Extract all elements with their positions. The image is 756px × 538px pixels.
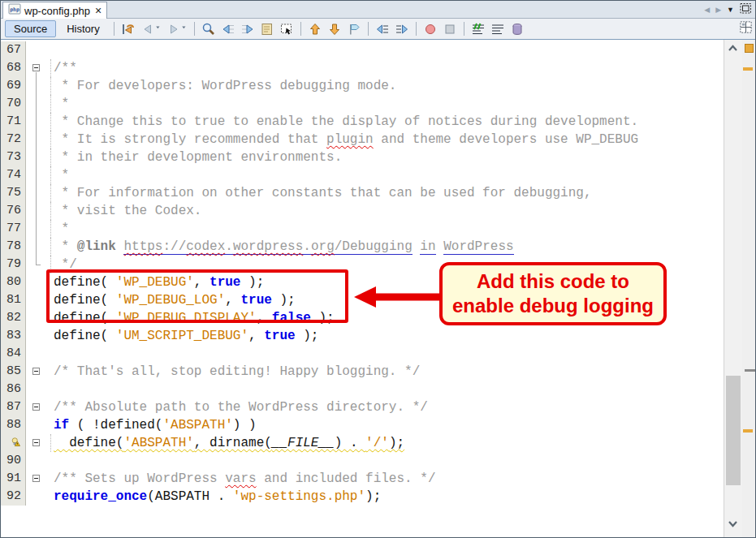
- stop-macro-recording-icon[interactable]: [440, 20, 460, 38]
- line-number[interactable]: 91: [1, 470, 26, 488]
- comment-icon[interactable]: [469, 20, 488, 38]
- line-number[interactable]: 67: [1, 41, 26, 59]
- caret-position-mark[interactable]: [745, 369, 755, 372]
- line-number[interactable]: 90: [1, 452, 26, 470]
- code-line: 71 * Change this to true to enable the d…: [1, 113, 724, 131]
- fold-toggle-icon[interactable]: [26, 434, 47, 452]
- jump-last-edit-icon[interactable]: [119, 20, 138, 38]
- line-number[interactable]: 73: [1, 148, 26, 166]
- line-number[interactable]: 86: [1, 381, 26, 398]
- line-number[interactable]: 83: [1, 327, 26, 345]
- tab-wp-config[interactable]: php wp-config.php ×: [2, 2, 107, 19]
- line-number[interactable]: 74: [1, 166, 26, 184]
- toolbar-separator: [114, 22, 114, 36]
- line-number[interactable]: 92: [1, 488, 26, 506]
- line-number[interactable]: 81: [1, 291, 26, 309]
- line-number[interactable]: 82: [1, 309, 26, 327]
- fold-toggle-icon[interactable]: [26, 470, 47, 488]
- find-previous-icon[interactable]: [218, 20, 238, 38]
- history-view-button[interactable]: History: [58, 20, 108, 37]
- previous-bookmark-icon[interactable]: [305, 20, 325, 38]
- line-number[interactable]: 77: [1, 220, 26, 238]
- line-number[interactable]: 75: [1, 184, 26, 202]
- callout: Add this code to enable debug logging: [439, 262, 667, 325]
- code-text[interactable]: [47, 381, 724, 398]
- code-text[interactable]: * For information on other constants tha…: [47, 184, 724, 202]
- line-number[interactable]: 78: [1, 238, 26, 256]
- hint-icon[interactable]: [1, 434, 26, 452]
- code-text[interactable]: /**: [47, 59, 724, 77]
- fold-column: [26, 220, 47, 238]
- code-text[interactable]: [47, 345, 724, 363]
- code-text[interactable]: /** Absolute path to the WordPress direc…: [47, 398, 724, 416]
- uncomment-icon[interactable]: [488, 20, 508, 38]
- code-text[interactable]: [47, 452, 724, 470]
- line-number[interactable]: 88: [1, 416, 26, 434]
- line-number[interactable]: 76: [1, 202, 26, 220]
- tab-close-icon[interactable]: ×: [95, 6, 102, 15]
- source-view-button[interactable]: Source: [5, 20, 56, 37]
- fold-toggle-icon[interactable]: [26, 363, 47, 381]
- code-text[interactable]: [47, 41, 724, 59]
- rectangular-selection-icon[interactable]: [277, 20, 296, 38]
- find-selection-icon[interactable]: [257, 20, 277, 38]
- start-macro-recording-icon[interactable]: [421, 20, 440, 38]
- line-number[interactable]: 68: [1, 59, 26, 77]
- fold-column: [26, 184, 47, 202]
- toggle-bookmark-icon[interactable]: [344, 20, 364, 38]
- shift-line-right-icon[interactable]: [392, 20, 412, 38]
- toolbar-separator: [300, 22, 301, 36]
- line-number[interactable]: 84: [1, 345, 26, 363]
- code-line: 78 * @link https://codex.wordpress.org/D…: [1, 238, 724, 256]
- line-number[interactable]: 79: [1, 256, 26, 273]
- code-line: 88if ( !defined('ABSPATH') ): [1, 416, 724, 434]
- code-text[interactable]: define('ABSPATH', dirname(__FILE__) . '/…: [47, 434, 724, 452]
- code-text[interactable]: * @link https://codex.wordpress.org/Debu…: [47, 238, 724, 256]
- warning-mark[interactable]: [743, 429, 753, 433]
- scroll-up-icon[interactable]: [727, 41, 739, 56]
- code-text[interactable]: /** Sets up WordPress vars and included …: [47, 470, 724, 488]
- find-next-icon[interactable]: [238, 20, 257, 38]
- line-number[interactable]: 87: [1, 398, 26, 416]
- memory-view-icon[interactable]: [508, 20, 527, 38]
- code-line: 84: [1, 345, 724, 363]
- find-icon[interactable]: [199, 20, 218, 38]
- scroll-tabs-right-icon[interactable]: ▶: [715, 6, 721, 14]
- warning-mark[interactable]: [743, 67, 753, 71]
- line-number[interactable]: 71: [1, 113, 26, 131]
- line-number[interactable]: 85: [1, 363, 26, 381]
- split-document-icon[interactable]: [739, 20, 753, 37]
- scroll-down-icon[interactable]: [727, 518, 739, 532]
- line-number[interactable]: 80: [1, 273, 26, 291]
- code-text[interactable]: * It is strongly recommended that plugin…: [47, 131, 724, 148]
- code-text[interactable]: require_once(ABSPATH . 'wp-settings.php'…: [47, 488, 724, 506]
- forward-dropdown-icon[interactable]: [181, 20, 190, 38]
- fold-toggle-icon[interactable]: [26, 59, 47, 77]
- code-text[interactable]: *: [47, 95, 724, 113]
- code-text[interactable]: * in their development environments.: [47, 148, 724, 166]
- scroll-tabs-left-icon[interactable]: ◀: [704, 6, 710, 14]
- error-stripe-status-icon[interactable]: [745, 44, 754, 53]
- tab-list-dropdown-icon[interactable]: ▼: [727, 6, 734, 14]
- code-line: define('ABSPATH', dirname(__FILE__) . '/…: [1, 434, 724, 452]
- scrollbar-thumb[interactable]: [726, 376, 741, 485]
- vertical-scrollbar[interactable]: [724, 40, 742, 537]
- code-text[interactable]: * For developers: WordPress debugging mo…: [47, 77, 724, 95]
- code-text[interactable]: *: [47, 166, 724, 184]
- fold-toggle-icon[interactable]: [26, 398, 47, 416]
- shift-line-left-icon[interactable]: [373, 20, 392, 38]
- code-text[interactable]: /* That's all, stop editing! Happy blogg…: [47, 363, 724, 381]
- code-text[interactable]: * visit the Codex.: [47, 202, 724, 220]
- editor-area: 6768/**69 * For developers: WordPress de…: [1, 40, 755, 537]
- line-number[interactable]: 70: [1, 95, 26, 113]
- fold-column: [26, 131, 47, 148]
- line-number[interactable]: 72: [1, 131, 26, 148]
- next-bookmark-icon[interactable]: [325, 20, 344, 38]
- code-text[interactable]: *: [47, 220, 724, 238]
- code-text[interactable]: * Change this to true to enable the disp…: [47, 113, 724, 131]
- back-dropdown-icon[interactable]: [155, 20, 164, 38]
- maximize-window-icon[interactable]: [740, 2, 752, 18]
- code-text[interactable]: if ( !defined('ABSPATH') ): [47, 416, 724, 434]
- code-text[interactable]: define( 'UM_SCRIPT_DEBUG', true );: [47, 327, 724, 345]
- line-number[interactable]: 69: [1, 77, 26, 95]
